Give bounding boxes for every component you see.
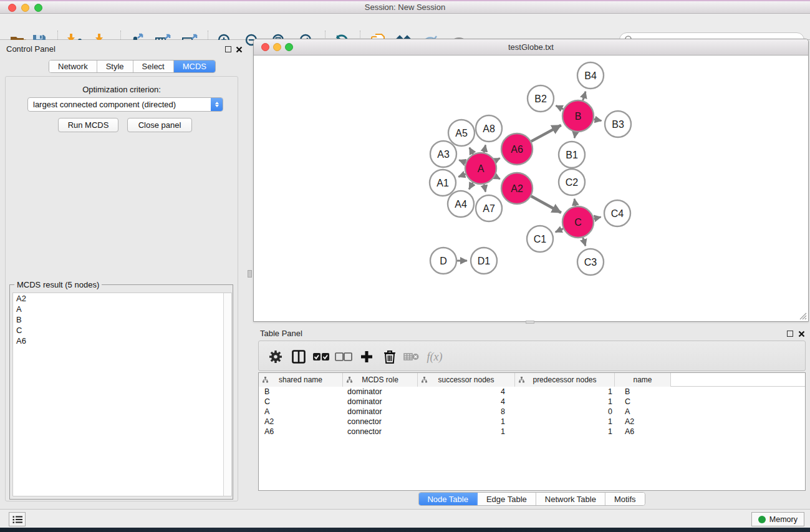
cell[interactable]: connector	[343, 417, 418, 426]
cell[interactable]: A	[615, 407, 671, 416]
close-panel-button[interactable]: Close panel	[127, 118, 192, 132]
node-table[interactable]: shared nameMCDS rolesuccessor nodesprede…	[258, 372, 806, 491]
node-C[interactable]: C	[562, 206, 594, 238]
edge-B-B3[interactable]	[594, 119, 601, 120]
column-header-name[interactable]: name	[615, 373, 671, 387]
float-panel-icon[interactable]	[225, 46, 231, 52]
cell[interactable]: A6	[259, 427, 343, 436]
node-A[interactable]: A	[465, 153, 496, 184]
node-A2[interactable]: A2	[501, 173, 533, 204]
mcds-result-item[interactable]: C	[13, 325, 231, 336]
task-history-button[interactable]	[9, 512, 26, 526]
tab-edge-table[interactable]: Edge Table	[478, 493, 536, 505]
node-A7[interactable]: A7	[476, 195, 502, 221]
node-A4[interactable]: A4	[448, 191, 474, 217]
mcds-result-item[interactable]: A	[13, 304, 231, 314]
cell[interactable]: 4	[418, 397, 515, 406]
cell[interactable]: 1	[515, 417, 615, 426]
edge-A-A1[interactable]	[458, 174, 465, 177]
tab-style[interactable]: Style	[97, 60, 133, 72]
tab-network-table[interactable]: Network Table	[536, 493, 605, 505]
column-header-predecessor-nodes[interactable]: predecessor nodes	[515, 373, 615, 387]
cell[interactable]: C	[615, 397, 671, 406]
table-settings-icon[interactable]	[267, 348, 284, 365]
edge-A-A5[interactable]	[470, 148, 473, 154]
node-C2[interactable]: C2	[559, 169, 585, 195]
cell[interactable]: A2	[615, 417, 671, 426]
edge-A-A8[interactable]	[484, 145, 485, 152]
add-column-icon[interactable]	[358, 348, 375, 365]
node-B2[interactable]: B2	[528, 85, 554, 112]
select-all-checkbox-icon[interactable]	[312, 348, 330, 365]
node-C1[interactable]: C1	[527, 226, 553, 252]
column-header-successor-nodes[interactable]: successor nodes	[418, 373, 515, 387]
cell[interactable]: 1	[515, 397, 615, 406]
cell[interactable]: 4	[418, 387, 515, 396]
horizontal-splitter-handle[interactable]	[526, 321, 534, 324]
node-C4[interactable]: C4	[604, 200, 630, 226]
cell[interactable]: 1	[418, 427, 515, 436]
scrollbar[interactable]	[223, 293, 231, 496]
node-B1[interactable]: B1	[559, 142, 585, 168]
table-row-A6[interactable]: A6connector11A6	[259, 427, 805, 437]
node-D[interactable]: D	[430, 248, 456, 274]
run-mcds-button[interactable]: Run MCDS	[58, 118, 118, 132]
edge-C-C1[interactable]	[556, 229, 564, 233]
edge-C-C4[interactable]	[594, 217, 600, 219]
node-A5[interactable]: A5	[448, 120, 475, 146]
cell[interactable]: 1	[418, 417, 515, 426]
float-table-panel-icon[interactable]	[787, 331, 793, 337]
node-A1[interactable]: A1	[430, 170, 456, 196]
mcds-result-list[interactable]: A2ABCA6	[12, 293, 232, 496]
edge-B-B1[interactable]	[574, 132, 576, 138]
tab-mcds[interactable]: MCDS	[174, 60, 215, 72]
cell[interactable]: dominator	[343, 397, 418, 406]
edge-A-A6[interactable]	[495, 158, 500, 161]
delete-column-icon[interactable]	[381, 348, 398, 365]
mcds-result-item[interactable]: A2	[13, 293, 231, 304]
edge-A-A7[interactable]	[484, 184, 485, 191]
deselect-all-checkbox-icon[interactable]	[335, 348, 352, 365]
cell[interactable]: dominator	[343, 387, 418, 396]
column-view-icon[interactable]	[290, 348, 307, 365]
table-row-B[interactable]: Bdominator41B	[259, 387, 805, 397]
node-A6[interactable]: A6	[501, 133, 533, 165]
tab-network[interactable]: Network	[49, 60, 97, 72]
cell[interactable]: 1	[515, 427, 615, 436]
memory-button[interactable]: Memory	[751, 512, 804, 526]
table-row-A2[interactable]: A2connector11A2	[259, 417, 805, 427]
network-canvas[interactable]: AA2A6BCA1A3A4A5A7A8B1B2B3B4C1C2C3C4DD1	[254, 56, 808, 321]
tab-motifs[interactable]: Motifs	[605, 493, 645, 505]
cell[interactable]: 8	[418, 407, 515, 416]
table-row-C[interactable]: Cdominator41C	[259, 397, 805, 407]
node-A8[interactable]: A8	[476, 115, 502, 142]
tab-node-table[interactable]: Node Table	[418, 493, 478, 505]
edge-A6-B[interactable]	[531, 125, 561, 142]
cell[interactable]: A2	[259, 417, 343, 426]
node-B4[interactable]: B4	[577, 62, 604, 89]
delete-table-icon[interactable]	[403, 348, 420, 365]
edge-C-C3[interactable]	[583, 238, 586, 246]
edge-A-A2[interactable]	[495, 177, 500, 179]
cell[interactable]: A	[259, 407, 343, 416]
node-B3[interactable]: B3	[605, 111, 631, 137]
cell[interactable]: A6	[615, 427, 671, 436]
table-row-A[interactable]: Adominator80A	[259, 407, 805, 417]
edge-A2-C[interactable]	[531, 196, 561, 213]
edge-C-C2[interactable]	[574, 199, 576, 206]
mcds-result-item[interactable]: A6	[13, 336, 231, 346]
edge-B-B4[interactable]	[583, 92, 586, 100]
cell[interactable]: B	[259, 387, 343, 396]
cell[interactable]: connector	[343, 427, 418, 436]
optimization-criterion-select[interactable]: largest connected component (directed)	[27, 97, 223, 112]
node-B[interactable]: B	[562, 100, 594, 132]
network-window-titlebar[interactable]: testGlobe.txt	[254, 39, 808, 56]
edge-A-A3[interactable]	[459, 160, 466, 163]
close-table-panel-icon[interactable]	[798, 331, 805, 337]
node-C3[interactable]: C3	[577, 249, 604, 275]
resize-grip-icon[interactable]	[798, 311, 807, 320]
vertical-splitter-handle[interactable]	[248, 270, 252, 278]
edge-B-B2[interactable]	[556, 105, 563, 109]
cell[interactable]: dominator	[343, 407, 418, 416]
column-header-MCDS-role[interactable]: MCDS role	[343, 373, 418, 387]
